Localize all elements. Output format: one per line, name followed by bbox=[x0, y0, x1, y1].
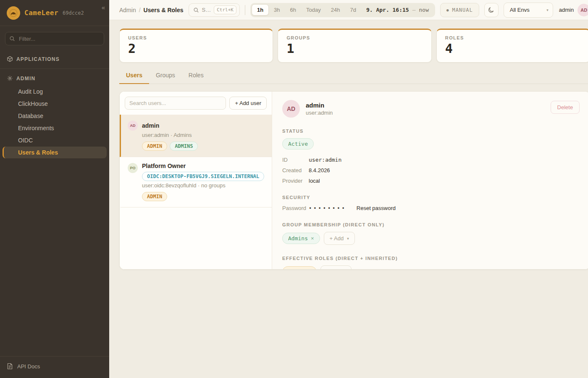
chevron-down-icon: ▾ bbox=[546, 8, 549, 12]
password-label: Password bbox=[282, 205, 309, 211]
avatar: AD bbox=[282, 100, 300, 118]
environment-value: All Envs bbox=[510, 7, 530, 13]
remove-group-icon[interactable]: × bbox=[311, 235, 314, 242]
cube-icon bbox=[7, 56, 13, 62]
info-value: 8.4.2026 bbox=[309, 167, 330, 173]
add-group-button[interactable]: + Add ▾ bbox=[324, 232, 355, 245]
stat-card-groups: GROUPS 1 bbox=[278, 29, 431, 63]
role-chips: ADMIN × + Add ▾ bbox=[282, 265, 580, 269]
time-range-7d[interactable]: 7d bbox=[345, 5, 361, 15]
sidebar-filter-input[interactable] bbox=[5, 32, 104, 45]
nav-section-applications[interactable]: APPLICATIONS bbox=[0, 52, 109, 66]
refresh-mode-button[interactable]: ● MANUAL bbox=[440, 3, 479, 17]
api-docs-label: API Docs bbox=[17, 363, 40, 370]
user-row-badges: ADMIN bbox=[142, 192, 265, 201]
sidebar-item-clickhouse[interactable]: ClickHouse bbox=[3, 98, 107, 110]
nav-section-label: APPLICATIONS bbox=[16, 56, 60, 62]
breadcrumb-separator: / bbox=[139, 7, 141, 13]
info-key: Created bbox=[282, 167, 309, 173]
tab-users[interactable]: Users bbox=[119, 72, 149, 84]
stat-label: USERS bbox=[128, 35, 264, 40]
password-mask: •••••••• bbox=[309, 205, 346, 211]
breadcrumb-section[interactable]: Admin bbox=[119, 7, 136, 13]
api-docs-link[interactable]: API Docs bbox=[0, 356, 109, 378]
time-range-24h[interactable]: 24h bbox=[326, 5, 345, 15]
remove-role-icon[interactable]: × bbox=[307, 269, 311, 269]
sidebar-collapse-icon[interactable]: « bbox=[102, 4, 105, 10]
add-user-button[interactable]: + Add user bbox=[229, 97, 267, 110]
build-hash: 69dcce2 bbox=[63, 10, 84, 16]
time-range-3h[interactable]: 3h bbox=[269, 5, 285, 15]
time-range-6h[interactable]: 6h bbox=[285, 5, 301, 15]
stats-row: USERS 2 GROUPS 1 ROLES 4 bbox=[119, 29, 588, 63]
time-range-1h[interactable]: 1h bbox=[252, 4, 269, 16]
moon-icon bbox=[488, 6, 495, 13]
sidebar-item-environments[interactable]: Environments bbox=[3, 122, 107, 134]
roles-section-label: EFFECTIVE ROLES (DIRECT + INHERITED) bbox=[282, 256, 580, 261]
search-shortcut-badge: Ctrl+K bbox=[214, 5, 236, 14]
user-row-admin[interactable]: AD admin user:admin · Admins ADMIN ADMIN… bbox=[120, 115, 272, 157]
user-row-meta: user:oidc:8evzqofluhld · no groups bbox=[142, 182, 265, 189]
info-row-id: ID user:admin bbox=[282, 157, 580, 163]
user-row-badges: ADMIN ADMINS bbox=[142, 142, 265, 151]
search-users-input[interactable] bbox=[125, 97, 226, 110]
theme-toggle-button[interactable] bbox=[484, 3, 499, 17]
time-from: 9. Apr. 16:15 bbox=[366, 7, 409, 13]
time-range-selector: 1h 3h 6h Today 24h 7d 9. Apr. 16:15 – no… bbox=[250, 3, 435, 17]
top-bar: Admin / Users & Roles S… Ctrl+K 1h 3h 6h… bbox=[109, 0, 588, 20]
stat-label: ROLES bbox=[445, 35, 581, 40]
time-range-today[interactable]: Today bbox=[301, 5, 326, 15]
sidebar-item-audit-log[interactable]: Audit Log bbox=[3, 86, 107, 97]
user-list-header: + Add user bbox=[120, 92, 272, 115]
search-label: S… bbox=[202, 7, 211, 13]
tab-roles[interactable]: Roles bbox=[182, 72, 210, 84]
sidebar-item-oidc[interactable]: OIDC bbox=[3, 134, 107, 146]
brand-header: CameLeer 69dcce2 bbox=[0, 0, 109, 26]
status-dot-icon: ● bbox=[446, 8, 449, 12]
user-row-platform-owner[interactable]: PO Platform Owner OIDC:DESKTOP-FB5VGJ9.S… bbox=[120, 157, 272, 207]
role-badge: ADMIN bbox=[142, 192, 167, 201]
stat-value: 4 bbox=[445, 42, 581, 55]
avatar: PO bbox=[128, 163, 138, 173]
group-chip-admins: Admins × bbox=[282, 233, 320, 244]
search-icon bbox=[9, 36, 15, 42]
info-value: local bbox=[309, 178, 320, 184]
role-chip-admin: ADMIN × bbox=[282, 266, 317, 269]
status-section-label: STATUS bbox=[282, 129, 580, 134]
environment-select[interactable]: All Envs ▾ bbox=[504, 3, 553, 18]
detail-user-id: user:admin bbox=[306, 110, 333, 116]
time-separator: – bbox=[412, 7, 416, 13]
current-user[interactable]: admin AD bbox=[559, 4, 588, 16]
sidebar-item-users-roles[interactable]: Users & Roles bbox=[3, 147, 107, 158]
sidebar-item-database[interactable]: Database bbox=[3, 110, 107, 122]
groups-section-label: GROUP MEMBERSHIP (DIRECT ONLY) bbox=[282, 222, 580, 227]
detail-user-name: admin bbox=[306, 102, 333, 109]
reset-password-link[interactable]: Reset password bbox=[357, 205, 396, 211]
app-logo-icon bbox=[7, 6, 20, 20]
add-role-button[interactable]: + Add ▾ bbox=[320, 265, 352, 269]
current-user-name: admin bbox=[559, 7, 574, 13]
tab-bar: Users Groups Roles bbox=[119, 72, 588, 84]
breadcrumb-page: Users & Roles bbox=[144, 7, 184, 13]
role-chip-label: ADMIN bbox=[288, 269, 304, 269]
avatar[interactable]: AD bbox=[578, 4, 588, 16]
user-row-meta: user:admin · Admins bbox=[142, 132, 265, 138]
delete-user-button[interactable]: Delete bbox=[551, 101, 580, 114]
global-search-button[interactable]: S… Ctrl+K bbox=[189, 3, 240, 17]
tab-groups[interactable]: Groups bbox=[149, 72, 182, 84]
user-detail: Delete AD admin user:admin STATUS Active… bbox=[272, 92, 588, 269]
nav-section-admin[interactable]: ADMIN bbox=[0, 71, 109, 85]
security-section-label: SECURITY bbox=[282, 195, 580, 200]
breadcrumb: Admin / Users & Roles bbox=[119, 7, 184, 13]
info-row-created: Created 8.4.2026 bbox=[282, 167, 580, 173]
oidc-provider-badge: OIDC:DESKTOP-FB5VGJ9.SIEGELN.INTERNAL bbox=[142, 172, 264, 181]
info-key: ID bbox=[282, 157, 309, 163]
info-value: user:admin bbox=[309, 157, 341, 163]
group-badge: ADMINS bbox=[170, 142, 198, 151]
time-to: now bbox=[419, 7, 429, 13]
stat-card-roles: ROLES 4 bbox=[436, 29, 588, 63]
stat-card-users: USERS 2 bbox=[119, 29, 273, 63]
time-display[interactable]: 9. Apr. 16:15 – now bbox=[361, 7, 434, 13]
role-badge: ADMIN bbox=[142, 142, 167, 151]
chevron-down-icon: ▾ bbox=[347, 236, 349, 241]
